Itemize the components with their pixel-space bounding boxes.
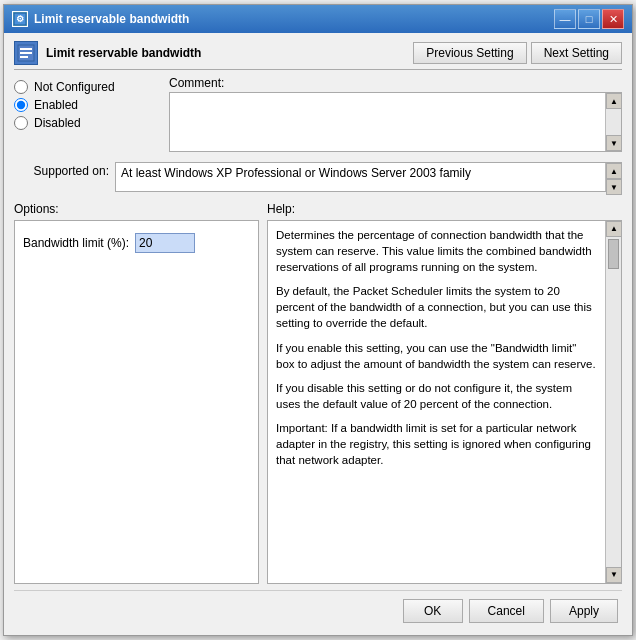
options-content: Bandwidth limit (%):	[23, 233, 250, 253]
help-para-1: Determines the percentage of connection …	[276, 227, 597, 275]
options-label: Options:	[14, 202, 259, 216]
supported-row: Supported on: At least Windows XP Profes…	[14, 162, 622, 192]
comment-scrollbar: ▲ ▼	[605, 93, 621, 151]
radio-panel: Not Configured Enabled Disabled	[14, 76, 169, 152]
help-section-wrapper: Help: Determines the percentage of conne…	[267, 202, 622, 584]
bandwidth-label: Bandwidth limit (%):	[23, 236, 129, 250]
enabled-radio[interactable]	[14, 98, 28, 112]
svg-text:⚙: ⚙	[16, 14, 24, 24]
help-para-4: If you disable this setting or do not co…	[276, 380, 597, 412]
supported-label: Supported on:	[14, 162, 109, 178]
nav-buttons: Previous Setting Next Setting	[413, 42, 622, 64]
help-box: Determines the percentage of connection …	[267, 220, 622, 584]
policy-title: Limit reservable bandwidth	[46, 46, 201, 60]
ok-button[interactable]: OK	[403, 599, 463, 623]
comment-scroll-up[interactable]: ▲	[606, 93, 622, 109]
bottom-buttons: OK Cancel Apply	[14, 590, 622, 627]
window-title: Limit reservable bandwidth	[34, 12, 554, 26]
disabled-label: Disabled	[34, 116, 81, 130]
not-configured-option[interactable]: Not Configured	[14, 80, 169, 94]
config-section: Not Configured Enabled Disabled Comment:	[14, 76, 622, 152]
help-para-5: Important: If a bandwidth limit is set f…	[276, 420, 597, 468]
enabled-option[interactable]: Enabled	[14, 98, 169, 112]
comment-scroll-down[interactable]: ▼	[606, 135, 622, 151]
svg-rect-3	[20, 48, 32, 50]
header-left: Limit reservable bandwidth	[14, 41, 201, 65]
help-para-3: If you enable this setting, you can use …	[276, 340, 597, 372]
comment-box: ▲ ▼	[169, 92, 622, 152]
close-button[interactable]: ✕	[602, 9, 624, 29]
policy-icon	[14, 41, 38, 65]
options-box: Bandwidth limit (%):	[14, 220, 259, 584]
cancel-button[interactable]: Cancel	[469, 599, 544, 623]
main-window: ⚙ Limit reservable bandwidth — □ ✕	[3, 4, 633, 636]
help-para-2: By default, the Packet Scheduler limits …	[276, 283, 597, 331]
disabled-option[interactable]: Disabled	[14, 116, 169, 130]
window-icon: ⚙	[12, 11, 28, 27]
svg-rect-4	[20, 52, 32, 54]
help-scroll-thumb[interactable]	[608, 239, 619, 269]
options-section-wrapper: Options: Bandwidth limit (%):	[14, 202, 259, 584]
title-bar: ⚙ Limit reservable bandwidth — □ ✕	[4, 5, 632, 33]
disabled-radio[interactable]	[14, 116, 28, 130]
not-configured-radio[interactable]	[14, 80, 28, 94]
supported-scroll-up[interactable]: ▲	[606, 163, 622, 179]
title-bar-controls: — □ ✕	[554, 9, 624, 29]
supported-scrollbar: ▲ ▼	[605, 163, 621, 191]
options-help-section: Options: Bandwidth limit (%): Help: Dete…	[14, 202, 622, 584]
maximize-button[interactable]: □	[578, 9, 600, 29]
not-configured-label: Not Configured	[34, 80, 115, 94]
help-scroll-down[interactable]: ▼	[606, 567, 622, 583]
next-setting-button[interactable]: Next Setting	[531, 42, 622, 64]
supported-box: At least Windows XP Professional or Wind…	[115, 162, 622, 192]
comment-panel: Comment: ▲ ▼	[169, 76, 622, 152]
help-scroll-track	[606, 237, 621, 567]
minimize-button[interactable]: —	[554, 9, 576, 29]
help-scroll-up[interactable]: ▲	[606, 221, 622, 237]
enabled-label: Enabled	[34, 98, 78, 112]
radio-group: Not Configured Enabled Disabled	[14, 76, 169, 134]
previous-setting-button[interactable]: Previous Setting	[413, 42, 526, 64]
svg-rect-5	[20, 56, 28, 58]
comment-label: Comment:	[169, 76, 622, 90]
supported-value: At least Windows XP Professional or Wind…	[121, 166, 471, 180]
supported-scroll-down[interactable]: ▼	[606, 179, 622, 195]
bandwidth-input[interactable]	[135, 233, 195, 253]
header-row: Limit reservable bandwidth Previous Sett…	[14, 41, 622, 70]
comment-scroll-track	[606, 109, 621, 135]
dialog-content: Limit reservable bandwidth Previous Sett…	[4, 33, 632, 635]
help-text: Determines the percentage of connection …	[276, 227, 597, 468]
help-scrollbar: ▲ ▼	[605, 221, 621, 583]
apply-button[interactable]: Apply	[550, 599, 618, 623]
help-label: Help:	[267, 202, 622, 216]
